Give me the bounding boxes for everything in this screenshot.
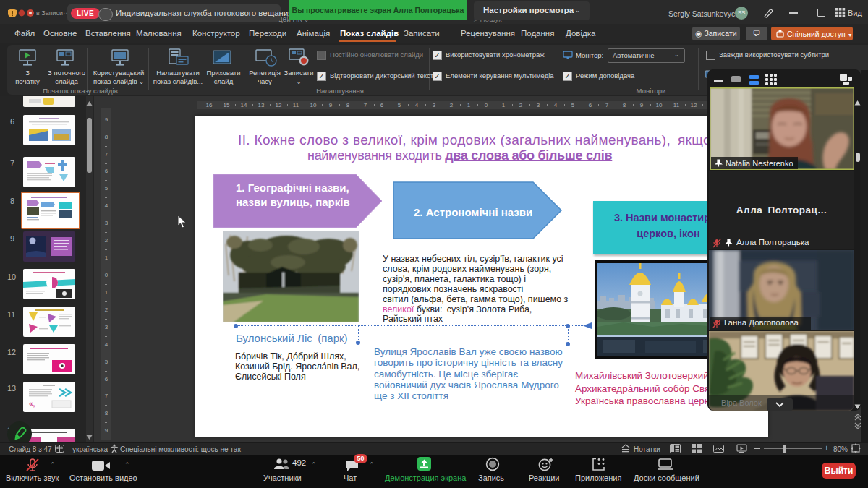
svg-text:«‚: «‚ [29,400,35,408]
